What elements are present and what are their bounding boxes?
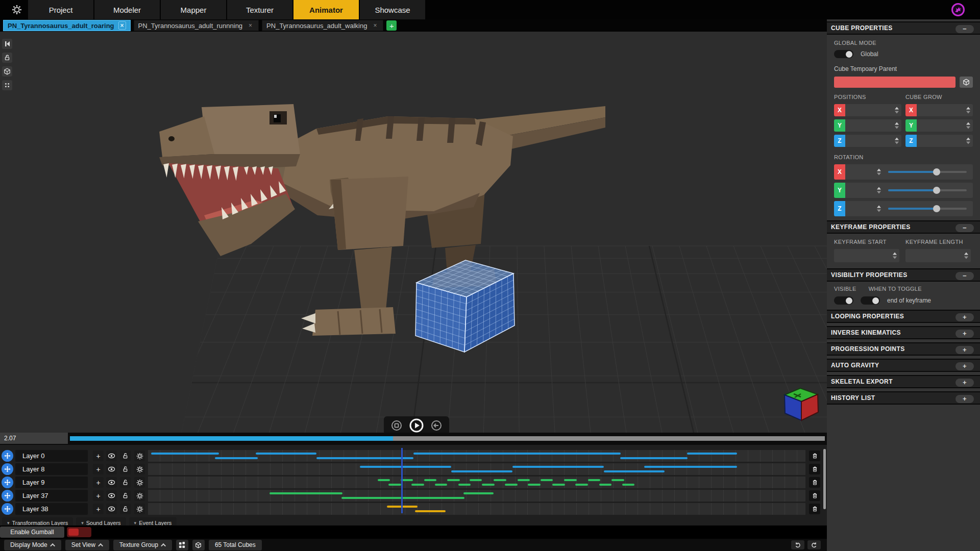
- position-input-x[interactable]: [845, 104, 901, 116]
- keyframe-bar[interactable]: [413, 453, 621, 455]
- visible-toggle[interactable]: [834, 296, 853, 305]
- undo-icon[interactable]: [791, 540, 804, 549]
- spinner-arrows[interactable]: [966, 107, 970, 114]
- global-mode-toggle[interactable]: [834, 50, 853, 58]
- layer-gear-icon[interactable]: [134, 464, 145, 474]
- spinner-arrows[interactable]: [966, 122, 970, 129]
- nav-tab-mapper[interactable]: Mapper: [161, 0, 226, 19]
- layer-gear-icon[interactable]: [134, 450, 145, 461]
- animation-tab-1[interactable]: PN_Tyrannosaurus_adult_runnning×: [134, 20, 259, 31]
- group-dots-icon[interactable]: [2, 80, 12, 90]
- keyframe-bar[interactable]: [687, 453, 737, 455]
- keyframe-bar[interactable]: [528, 484, 540, 486]
- keyframe-bar[interactable]: [411, 484, 424, 486]
- layer-plus-icon[interactable]: +: [93, 490, 104, 501]
- keyframe-bar[interactable]: [151, 453, 219, 455]
- layer-plus-icon[interactable]: +: [93, 504, 104, 514]
- expand-section-button[interactable]: +: [955, 313, 974, 321]
- collapse-visibility-properties-button[interactable]: −: [955, 272, 974, 280]
- cube-grow-input-z[interactable]: [917, 135, 973, 147]
- scrub-bar[interactable]: [70, 436, 825, 441]
- keyframe-bar[interactable]: [215, 457, 258, 459]
- layer-gear-icon[interactable]: [134, 504, 145, 514]
- animation-tab-2[interactable]: PN_Tyrannosaurus_adult_walking×: [262, 20, 383, 31]
- keyframe-bar[interactable]: [512, 466, 604, 468]
- enable-gumball-button[interactable]: Enable Gumball: [0, 527, 64, 538]
- layer-type-tab-0[interactable]: ▾Transformation Layers: [2, 517, 73, 525]
- keyframe-bar[interactable]: [341, 497, 464, 499]
- keyframe-bar[interactable]: [360, 466, 451, 468]
- play-button[interactable]: [409, 418, 424, 433]
- layer-keyframe-track[interactable]: [148, 450, 805, 462]
- layer-lock-icon[interactable]: [120, 450, 131, 461]
- viewport-3d[interactable]: [0, 32, 827, 433]
- texture-group-dropdown[interactable]: Texture Group: [113, 540, 172, 550]
- keyframe-bar[interactable]: [541, 479, 553, 481]
- layer-lock-icon[interactable]: [120, 490, 131, 501]
- expand-section-button[interactable]: +: [955, 346, 974, 354]
- nav-tab-texturer[interactable]: Texturer: [227, 0, 292, 19]
- layer-keyframe-track[interactable]: [148, 490, 805, 502]
- spinner-arrows[interactable]: [895, 122, 899, 129]
- temp-parent-field[interactable]: [834, 77, 955, 88]
- keyframe-bar[interactable]: [316, 457, 414, 459]
- restart-button[interactable]: [430, 419, 443, 432]
- nav-tab-project[interactable]: Project: [28, 0, 93, 19]
- layer-eye-icon[interactable]: [106, 504, 117, 514]
- cube-grow-input-y[interactable]: [917, 119, 973, 132]
- layer-eye-icon[interactable]: [106, 490, 117, 501]
- close-tab-icon[interactable]: ×: [371, 21, 379, 30]
- keyframe-bar[interactable]: [458, 484, 471, 486]
- layer-eye-icon[interactable]: [106, 464, 117, 474]
- pick-cube-button[interactable]: [960, 77, 973, 88]
- position-input-z[interactable]: [845, 135, 901, 147]
- position-input-y[interactable]: [845, 119, 901, 132]
- spinner-arrows[interactable]: [895, 107, 899, 114]
- expand-section-button[interactable]: +: [955, 362, 974, 370]
- nav-tab-animator[interactable]: Animator: [293, 0, 359, 19]
- delete-layer-icon[interactable]: [809, 450, 820, 461]
- keyframe-bar[interactable]: [435, 484, 447, 486]
- delete-layer-icon[interactable]: [809, 504, 820, 514]
- dumbcode-logo[interactable]: [951, 3, 965, 16]
- keyframe-bar[interactable]: [470, 479, 482, 481]
- layer-name[interactable]: Layer 9: [15, 477, 88, 488]
- selected-cube[interactable]: [415, 260, 514, 352]
- keyframe-bar[interactable]: [494, 479, 506, 481]
- layer-lock-icon[interactable]: [120, 464, 131, 474]
- keyframe-bar[interactable]: [451, 470, 512, 472]
- collapse-cube-properties-button[interactable]: −: [955, 25, 974, 33]
- close-tab-icon[interactable]: ×: [118, 21, 126, 30]
- cube-count-icon[interactable]: [192, 540, 205, 550]
- layer-gear-icon[interactable]: [134, 477, 145, 488]
- layer-move-icon[interactable]: [2, 503, 13, 515]
- layer-lock-icon[interactable]: [120, 477, 131, 488]
- keyframe-bar[interactable]: [256, 453, 316, 455]
- skip-to-start-icon[interactable]: [2, 39, 12, 49]
- keyframe-bar[interactable]: [424, 479, 436, 481]
- keyframe-bar[interactable]: [611, 479, 624, 481]
- set-view-dropdown[interactable]: Set View: [65, 540, 109, 550]
- stop-button[interactable]: [390, 419, 403, 432]
- expand-section-button[interactable]: +: [955, 330, 974, 338]
- spinner-arrows[interactable]: [895, 138, 899, 144]
- layer-name[interactable]: Layer 0: [15, 450, 88, 462]
- layer-name[interactable]: Layer 8: [15, 463, 88, 475]
- keyframe-bar[interactable]: [575, 484, 587, 486]
- cube-grow-input-x[interactable]: [917, 104, 973, 116]
- keyframe-bar[interactable]: [518, 479, 530, 481]
- keyframe-bar[interactable]: [505, 484, 517, 486]
- keyframe-bar[interactable]: [388, 484, 401, 486]
- layer-name[interactable]: Layer 38: [15, 503, 88, 515]
- layer-plus-icon[interactable]: +: [93, 450, 104, 461]
- keyframe-bar[interactable]: [599, 484, 611, 486]
- nav-tab-modeler[interactable]: Modeler: [94, 0, 160, 19]
- layer-type-tab-1[interactable]: ▾Sound Layers: [76, 517, 126, 525]
- expand-section-button[interactable]: +: [955, 379, 974, 387]
- keyframe-bar[interactable]: [604, 470, 665, 472]
- layer-eye-icon[interactable]: [106, 450, 117, 461]
- layer-move-icon[interactable]: [2, 450, 13, 462]
- layer-keyframe-track[interactable]: [148, 477, 805, 488]
- keyframe-bar[interactable]: [270, 492, 342, 494]
- rotation-slider-y[interactable]: [888, 187, 967, 194]
